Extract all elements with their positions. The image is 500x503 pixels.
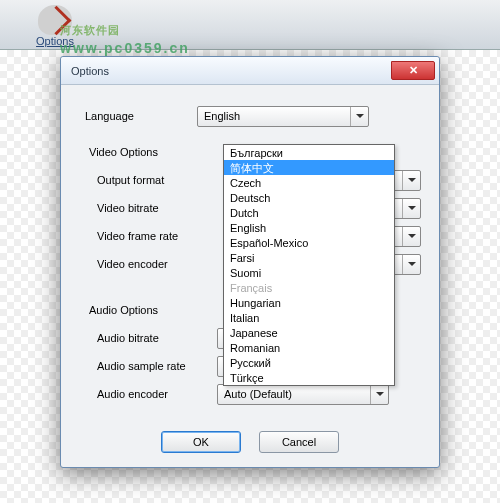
cancel-button[interactable]: Cancel (259, 431, 339, 453)
language-option[interactable]: Български (224, 145, 394, 160)
chevron-down-icon (370, 385, 388, 404)
language-option[interactable]: Deutsch (224, 190, 394, 205)
video-bitrate-label: Video bitrate (97, 202, 217, 214)
video-frame-rate-label: Video frame rate (97, 230, 217, 242)
language-option[interactable]: Suomi (224, 265, 394, 280)
chevron-down-icon (402, 199, 420, 218)
language-option[interactable]: Japanese (224, 325, 394, 340)
audio-encoder-label: Audio encoder (97, 388, 217, 400)
dialog-titlebar[interactable]: Options ✕ (61, 57, 439, 85)
language-option[interactable]: Русский (224, 355, 394, 370)
audio-encoder-combo[interactable]: Auto (Default) (217, 384, 389, 405)
chevron-down-icon (350, 107, 368, 126)
language-combo[interactable]: English (197, 106, 369, 127)
options-dialog: Options ✕ Language English Български简体中文… (60, 56, 440, 468)
dialog-title: Options (71, 65, 109, 77)
audio-sample-rate-label: Audio sample rate (97, 360, 217, 372)
language-option[interactable]: Italian (224, 310, 394, 325)
language-option[interactable]: Türkçe (224, 370, 394, 385)
language-option[interactable]: English (224, 220, 394, 235)
close-icon: ✕ (409, 64, 418, 77)
language-option[interactable]: Dutch (224, 205, 394, 220)
audio-encoder-row: Audio encoder Auto (Default) (85, 383, 421, 405)
video-options-label: Video Options (89, 146, 201, 158)
language-option[interactable]: 简体中文 (224, 160, 394, 175)
cancel-label: Cancel (282, 436, 316, 448)
audio-bitrate-label: Audio bitrate (97, 332, 217, 344)
language-option[interactable]: Français (224, 280, 394, 295)
video-encoder-label: Video encoder (97, 258, 217, 270)
language-option[interactable]: Czech (224, 175, 394, 190)
language-option[interactable]: Español-Mexico (224, 235, 394, 250)
dialog-button-bar: OK Cancel (61, 423, 439, 467)
language-option[interactable]: Hungarian (224, 295, 394, 310)
language-dropdown[interactable]: Български简体中文CzechDeutschDutchEnglishEsp… (223, 144, 395, 386)
ok-button[interactable]: OK (161, 431, 241, 453)
audio-options-label: Audio Options (89, 304, 201, 316)
chevron-down-icon (402, 255, 420, 274)
chevron-down-icon (402, 227, 420, 246)
ok-label: OK (193, 436, 209, 448)
chevron-down-icon (402, 171, 420, 190)
dialog-content: Language English Български简体中文CzechDeuts… (61, 85, 439, 423)
close-button[interactable]: ✕ (391, 61, 435, 80)
language-option[interactable]: Farsi (224, 250, 394, 265)
audio-encoder-value: Auto (Default) (224, 388, 292, 400)
output-format-label: Output format (97, 174, 217, 186)
language-option[interactable]: Romanian (224, 340, 394, 355)
language-selected: English (204, 110, 240, 122)
watermark-url: www.pc0359.cn (60, 40, 190, 56)
language-row: Language English (85, 105, 421, 127)
language-label: Language (85, 110, 197, 122)
watermark: 河东软件园 www.pc0359.cn (60, 14, 190, 56)
watermark-text: 河东软件园 (60, 24, 120, 36)
